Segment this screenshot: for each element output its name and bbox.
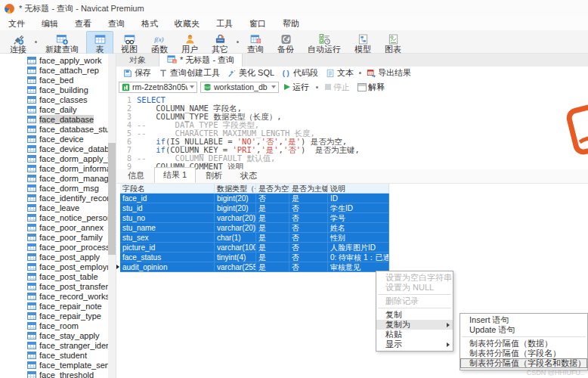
- toolbar-button-chart[interactable]: 图表: [379, 31, 407, 54]
- grid-cell[interactable]: 否: [289, 243, 328, 253]
- run-button[interactable]: 运行: [282, 82, 311, 93]
- sidebar-item[interactable]: face_post_apply: [0, 252, 108, 262]
- grid-cell[interactable]: 是: [256, 203, 289, 213]
- grid-cell[interactable]: tinyint(4): [215, 253, 256, 262]
- grid-cell[interactable]: stu_sex: [120, 233, 215, 243]
- grid-header-cell[interactable]: 是否为空: [256, 184, 289, 194]
- menu-item[interactable]: 收藏夹: [166, 17, 208, 30]
- table-row[interactable]: face_idbigint(20)否是ID: [120, 194, 389, 203]
- toolbar-button-connect[interactable]: 连接: [4, 31, 32, 54]
- menu-item[interactable]: 窗口: [241, 17, 274, 30]
- menu-item[interactable]: Update 语句: [460, 325, 587, 335]
- grid-cell[interactable]: 否: [289, 262, 328, 272]
- save-button[interactable]: 保存: [119, 67, 155, 79]
- grid-cell[interactable]: bigint(20): [215, 203, 256, 213]
- grid-cell[interactable]: varchar(255): [215, 262, 256, 272]
- menu-item[interactable]: Insert 语句: [460, 315, 587, 325]
- sidebar-item[interactable]: face_repair_note: [0, 301, 108, 311]
- toolbar-button-backup[interactable]: 备份: [271, 31, 300, 54]
- grid-header-cell[interactable]: 是否为主键: [289, 184, 328, 194]
- sidebar-item[interactable]: face_repair_type: [0, 311, 108, 321]
- sidebar-item[interactable]: face_post_transfer: [0, 281, 108, 291]
- grid-cell[interactable]: 否: [289, 223, 328, 233]
- grid-cell[interactable]: varchar(20): [215, 213, 256, 223]
- menu-item[interactable]: 制表符分隔值（字段名）: [460, 349, 587, 358]
- table-row[interactable]: stu_sexchar(1)是否性别: [120, 233, 389, 243]
- table-row[interactable]: stu_novarchar(20)是否学号: [120, 213, 389, 223]
- menu-item[interactable]: 粘贴: [376, 330, 453, 339]
- sidebar-item[interactable]: face_dorm_manager: [0, 173, 108, 183]
- sidebar-item[interactable]: face_leave: [0, 203, 108, 212]
- sidebar-item[interactable]: face_classes: [0, 94, 108, 104]
- grid-cell[interactable]: 是: [256, 233, 289, 243]
- toolbar-button-autorun[interactable]: 自动运行: [302, 31, 347, 54]
- split-dot[interactable]: [35, 41, 37, 43]
- sql-editor[interactable]: 1SELECT2 COLUMN_NAME 字段名,3 COLUMN_TYPE 数…: [116, 94, 588, 171]
- sidebar-item[interactable]: face_device: [0, 134, 108, 144]
- split-dot[interactable]: [237, 41, 239, 43]
- grid-cell[interactable]: 性别: [328, 233, 389, 243]
- split-dot[interactable]: [359, 72, 361, 74]
- grid-cell[interactable]: 否: [289, 203, 328, 213]
- grid-cell[interactable]: varchar(20): [215, 223, 256, 233]
- sidebar-item[interactable]: face_identify_record: [0, 193, 108, 203]
- sidebar-item[interactable]: face_stay_apply: [0, 330, 108, 340]
- sidebar-item[interactable]: face_attach_rep: [0, 65, 108, 75]
- sidebar-item[interactable]: face_poor_annex: [0, 222, 108, 232]
- grid-header-cell[interactable]: 数据类型（长度）: [215, 184, 256, 194]
- grid-cell[interactable]: 学号: [328, 213, 389, 223]
- grid-cell[interactable]: 是: [289, 194, 328, 203]
- grid-cell[interactable]: 否: [256, 194, 289, 203]
- table-row[interactable]: stu_namevarchar(20)是否姓名: [120, 223, 389, 233]
- sidebar-item[interactable]: face_device_database: [0, 144, 108, 153]
- grid-cell[interactable]: ID: [328, 194, 389, 203]
- menu-item[interactable]: 制表符分隔值（数据）: [460, 339, 587, 349]
- grid-cell[interactable]: audit_opinion: [120, 262, 215, 272]
- sidebar-item[interactable]: face_post_employment: [0, 262, 108, 271]
- grid-cell[interactable]: 是: [256, 262, 289, 272]
- grid-cell[interactable]: bigint(20): [215, 194, 256, 203]
- grid-cell[interactable]: varchar(100): [215, 243, 256, 253]
- sidebar-item[interactable]: face_daily: [0, 104, 108, 114]
- grid-cell[interactable]: 否: [289, 213, 328, 223]
- sidebar-item[interactable]: face_poor_process: [0, 242, 108, 252]
- grid-cell[interactable]: picture_id: [120, 243, 215, 253]
- result-tab[interactable]: 结果 1: [154, 167, 196, 183]
- menu-item[interactable]: 显示: [376, 339, 453, 349]
- grid-header-cell[interactable]: 说明: [328, 184, 389, 194]
- table-row[interactable]: picture_idvarchar(100)是否人脸库图片ID: [120, 243, 389, 253]
- text-button[interactable]: 文本: [322, 67, 357, 79]
- grid-cell[interactable]: 学生ID: [328, 203, 389, 213]
- grid-cell[interactable]: 0: 待审核 1：已通过: [328, 253, 389, 262]
- sidebar-item[interactable]: face_apply_work: [0, 55, 108, 65]
- grid-cell[interactable]: 否: [289, 233, 328, 243]
- sidebar-item[interactable]: face_database_stu: [0, 124, 108, 134]
- sidebar-item[interactable]: face_template_send: [0, 360, 108, 370]
- toolbar-button-function[interactable]: f(x)函数: [145, 31, 174, 54]
- sidebar-item[interactable]: face_dorm_msg: [0, 183, 108, 193]
- toolbar-button-new-query[interactable]: 新建查询: [39, 31, 85, 54]
- grid-cell[interactable]: face_status: [120, 253, 215, 262]
- grid-cell[interactable]: stu_no: [120, 213, 215, 223]
- result-tab[interactable]: 信息: [119, 169, 153, 183]
- sidebar-item[interactable]: face_threshold: [0, 370, 108, 378]
- menu-item[interactable]: 查询: [100, 17, 133, 30]
- sidebar-item[interactable]: face_notice_person: [0, 212, 108, 222]
- grid-header-cell[interactable]: 字段名: [120, 184, 215, 194]
- sidebar-item[interactable]: face_room: [0, 321, 108, 330]
- menu-item[interactable]: 工具: [208, 17, 241, 30]
- table-row[interactable]: face_statustinyint(4)是否0: 待审核 1：已通过: [120, 253, 389, 262]
- menu-item[interactable]: 编辑: [33, 17, 67, 30]
- grid-cell[interactable]: stu_id: [120, 203, 215, 213]
- toolbar-button-other[interactable]: 其它: [206, 31, 234, 54]
- menu-item[interactable]: 文件: [0, 17, 33, 30]
- explain-button[interactable]: 解释: [355, 82, 387, 93]
- toolbar-button-query[interactable]: 查询: [241, 31, 270, 54]
- sidebar-item[interactable]: face_student: [0, 350, 108, 360]
- result-tab[interactable]: 剖析: [197, 169, 231, 183]
- sidebar-item[interactable]: face_stranger_identify_: [0, 340, 108, 350]
- query-builder-button[interactable]: 查询创建工具: [155, 67, 224, 79]
- grid-cell[interactable]: 否: [289, 253, 328, 262]
- tab-untitled-query[interactable]: * 无标题 - 查询: [159, 54, 243, 67]
- export-result-button[interactable]: 导出结果: [363, 67, 415, 79]
